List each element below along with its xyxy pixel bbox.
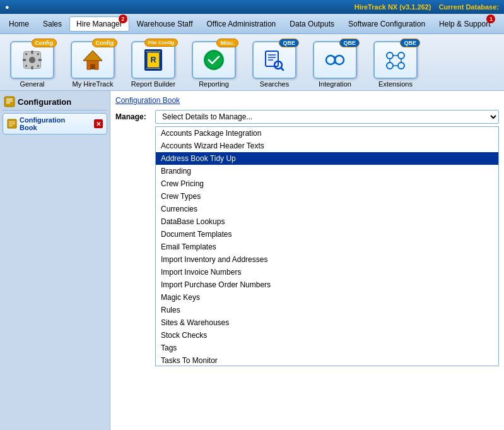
- menu-item-office-admin[interactable]: Office Administration: [200, 17, 282, 31]
- breadcrumb[interactable]: Configuration Book: [115, 96, 499, 105]
- my-hiretrack-label: My HireTrack: [73, 80, 114, 88]
- menu-item-help-support[interactable]: Help & Support 1: [433, 17, 496, 31]
- svg-rect-11: [90, 64, 95, 69]
- manage-label: Manage:: [115, 112, 150, 121]
- book-icon: [7, 119, 17, 129]
- sidebar: Configuration ConfigurationBook ✕: [0, 91, 110, 430]
- sidebar-item-label: ConfigurationBook: [20, 116, 65, 131]
- reporting-label: Reporting: [199, 80, 229, 88]
- extensions-label: Extensions: [378, 80, 413, 88]
- reporting-button[interactable]: Misc. Reporting: [185, 41, 242, 88]
- dropdown-item-currencies[interactable]: Currencies: [156, 203, 498, 215]
- report-icon: R: [144, 49, 162, 71]
- menu-item-hire-manager[interactable]: Hire Manager 2: [69, 16, 129, 32]
- extensions-icon: [384, 48, 407, 72]
- sidebar-close-button[interactable]: ✕: [94, 119, 103, 128]
- svg-point-1: [29, 57, 35, 63]
- my-hiretrack-button[interactable]: Config My HireTrack: [64, 41, 121, 88]
- svg-rect-3: [31, 66, 33, 69]
- house-icon: [81, 48, 105, 72]
- integration-icon-wrap[interactable]: QBE: [313, 41, 357, 79]
- main-area: Configuration ConfigurationBook ✕ Config…: [0, 91, 504, 430]
- my-hiretrack-icon-wrap[interactable]: Config: [71, 41, 115, 79]
- reporting-icon-wrap[interactable]: Misc.: [192, 41, 236, 79]
- svg-point-25: [398, 52, 404, 59]
- dropdown-item-crew-types[interactable]: Crew Types: [156, 190, 498, 203]
- searches-badge: QBE: [279, 39, 299, 47]
- dropdown-item-stock-checks[interactable]: Stock Checks: [156, 329, 498, 342]
- dropdown-item-crew-pricing[interactable]: Crew Pricing: [156, 177, 498, 190]
- dropdown-item-accounts-wizard[interactable]: Accounts Wizard Header Texts: [156, 140, 498, 152]
- dropdown-item-sites-warehouses[interactable]: Sites & Warehouses: [156, 316, 498, 329]
- dropdown-item-accounts-package[interactable]: Accounts Package Integration: [156, 127, 498, 140]
- svg-rect-16: [266, 51, 278, 66]
- database-label: Current Database:: [439, 3, 499, 11]
- manage-select[interactable]: Select Details to Manage...: [155, 110, 499, 124]
- svg-rect-2: [31, 51, 33, 54]
- searches-button[interactable]: QBE Searches: [246, 41, 303, 88]
- report-builder-badge: File Config: [144, 39, 178, 47]
- dropdown-item-import-purchase[interactable]: Import Purchase Order Numbers: [156, 278, 498, 291]
- general-badge: Config: [32, 39, 57, 47]
- dropdown-item-database-lookups[interactable]: DataBase Lookups: [156, 215, 498, 228]
- my-hiretrack-badge: Config: [92, 39, 118, 47]
- extensions-badge: QBE: [400, 39, 420, 47]
- svg-rect-5: [38, 59, 42, 61]
- menu-item-warehouse-staff[interactable]: Warehouse Staff: [131, 17, 199, 31]
- svg-point-15: [205, 51, 223, 69]
- sidebar-item-configuration-book[interactable]: ConfigurationBook ✕: [3, 113, 107, 134]
- general-label: General: [20, 80, 44, 88]
- searches-icon-wrap[interactable]: QBE: [252, 41, 296, 79]
- menu-item-sales[interactable]: Sales: [37, 17, 68, 31]
- integration-label: Integration: [319, 80, 351, 88]
- svg-line-21: [281, 68, 284, 71]
- hire-manager-badge: 2: [119, 15, 127, 23]
- dropdown-item-email-templates[interactable]: Email Templates: [156, 241, 498, 253]
- dropdown-item-import-invoice[interactable]: Import Invoice Numbers: [156, 266, 498, 278]
- svg-rect-32: [4, 97, 15, 107]
- app-title: HireTrack NX (v3.1.262) Current Database…: [355, 3, 499, 11]
- menu-item-data-outputs[interactable]: Data Outputs: [283, 17, 341, 31]
- sidebar-header: Configuration: [3, 93, 107, 110]
- manage-row: Manage: Select Details to Manage...: [115, 110, 499, 124]
- app-icon: ●: [5, 3, 9, 11]
- gear-icon: [21, 49, 43, 71]
- app-name: HireTrack NX (v3.1.262): [355, 3, 431, 11]
- dropdown-item-address-book[interactable]: Address Book Tidy Up: [156, 152, 498, 165]
- svg-rect-4: [23, 59, 26, 61]
- dropdown-list[interactable]: Accounts Package Integration Accounts Wi…: [155, 126, 499, 366]
- dropdown-item-tags[interactable]: Tags: [156, 342, 498, 354]
- menu-item-home[interactable]: Home: [3, 17, 35, 31]
- svg-point-26: [387, 63, 393, 69]
- extensions-button[interactable]: QBE Extensions: [367, 41, 424, 88]
- dropdown-item-tasks-to-monitor[interactable]: Tasks To Monitor: [156, 354, 498, 366]
- menu-bar: Home Sales Hire Manager 2 Warehouse Staf…: [0, 14, 504, 34]
- check-icon: [204, 50, 224, 70]
- extensions-icon-wrap[interactable]: QBE: [373, 41, 418, 79]
- configuration-icon: [4, 96, 15, 107]
- report-builder-button[interactable]: File Config R Report Builder: [125, 41, 182, 88]
- sidebar-header-text: Configuration: [18, 97, 71, 107]
- report-builder-icon-wrap[interactable]: File Config R: [131, 41, 175, 79]
- svg-point-27: [398, 63, 404, 69]
- general-icon-wrap[interactable]: Config: [10, 41, 54, 79]
- dropdown-item-magic-keys[interactable]: Magic Keys: [156, 291, 498, 304]
- reporting-badge: Misc.: [216, 39, 238, 47]
- help-support-badge: 1: [486, 15, 495, 23]
- dropdown-item-document-templates[interactable]: Document Templates: [156, 228, 498, 241]
- general-button[interactable]: Config General: [4, 41, 61, 88]
- title-bar-left: ●: [5, 3, 9, 11]
- menu-item-software-config[interactable]: Software Configuration: [342, 17, 431, 31]
- svg-text:R: R: [150, 56, 156, 64]
- searches-label: Searches: [260, 80, 289, 88]
- toolbar: Config General Config: [0, 34, 504, 91]
- report-builder-label: Report Builder: [131, 80, 175, 88]
- svg-marker-12: [83, 51, 102, 61]
- integration-button[interactable]: QBE Integration: [307, 41, 363, 88]
- integration-badge: QBE: [339, 39, 360, 47]
- dropdown-item-branding[interactable]: Branding: [156, 165, 498, 177]
- content-panel: Configuration Book Manage: Select Detail…: [110, 91, 504, 430]
- integration-icon: [323, 48, 347, 72]
- dropdown-item-import-inventory[interactable]: Import Inventory and Addresses: [156, 253, 498, 266]
- dropdown-item-rules[interactable]: Rules: [156, 304, 498, 316]
